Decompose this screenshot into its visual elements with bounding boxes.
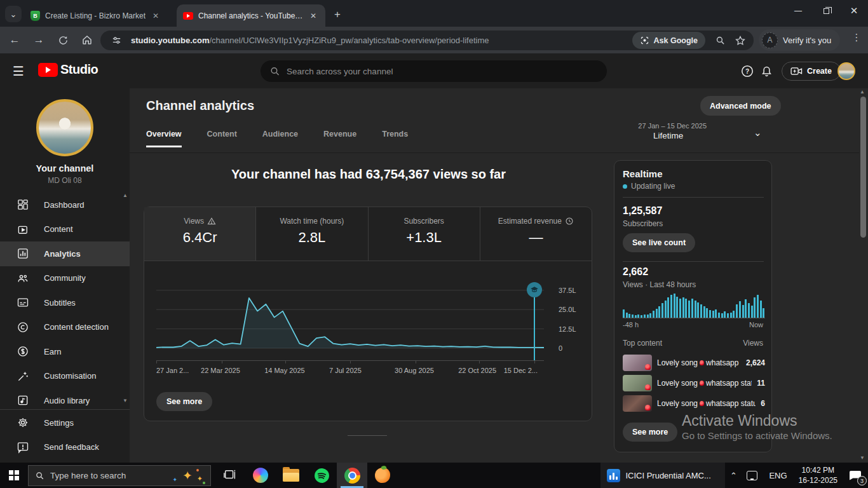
earn-icon (16, 344, 30, 358)
subtitles-icon (16, 295, 30, 309)
back-icon[interactable]: ← (5, 30, 24, 50)
profile-verify-chip[interactable]: A Verify it's you (759, 29, 840, 51)
channel-title: Your channel (0, 163, 130, 173)
sidebar-item-community[interactable]: Community (0, 266, 130, 291)
sidebar-item-settings[interactable]: Settings (0, 410, 130, 435)
copilot-button[interactable] (245, 463, 276, 488)
period-selector[interactable]: Lifetime (653, 131, 683, 140)
spotify-button[interactable] (306, 463, 337, 488)
top-content-row[interactable]: Lovely songwhatsapp statu...6 (623, 393, 765, 414)
video-thumbnail[interactable] (623, 395, 652, 412)
tab-trends[interactable]: Trends (382, 130, 408, 147)
see-more-button[interactable]: See more (156, 392, 212, 411)
sidebar-item-customisation[interactable]: Customisation (0, 364, 130, 389)
site-settings-tune-icon[interactable] (108, 32, 125, 49)
metric-card-watch-time-hours-[interactable]: Watch time (hours)2.8L (256, 207, 368, 261)
views-line-chart[interactable] (156, 280, 544, 349)
browser-tabstrip: ⌄ B Create Listing - Bizkro Market ✕ Cha… (0, 0, 868, 27)
realtime-bar (635, 315, 637, 318)
ask-google-button[interactable]: Ask Google (632, 32, 705, 49)
tray-expand-icon[interactable]: ⌃ (725, 471, 742, 480)
forward-icon[interactable]: → (29, 30, 48, 50)
chevron-down-icon[interactable]: ⌄ (754, 127, 762, 139)
browser-menu-icon[interactable]: ⋮ (850, 32, 863, 43)
tab-revenue[interactable]: Revenue (323, 130, 356, 147)
realtime-bar (742, 305, 744, 318)
realtime-bar (641, 315, 642, 318)
sidebar-item-content-detection[interactable]: Content detection (0, 315, 130, 340)
youtube-studio-logo[interactable]: Studio (38, 62, 98, 77)
chrome-button[interactable] (337, 463, 367, 488)
milestone-marker-icon[interactable] (527, 282, 542, 297)
restore-button[interactable] (812, 0, 840, 22)
file-explorer-button[interactable] (276, 463, 306, 488)
metric-card-estimated-revenue[interactable]: Estimated revenue— (480, 207, 592, 261)
advanced-mode-button[interactable]: Advanced mode (700, 96, 781, 116)
tray-device-icon[interactable] (747, 471, 757, 480)
hamburger-menu-icon[interactable]: ☰ (10, 64, 27, 78)
notifications-bell-icon[interactable] (757, 62, 775, 80)
browser-tab-bizkro[interactable]: B Create Listing - Bizkro Market ✕ (24, 4, 172, 27)
tab-close-icon[interactable]: ✕ (151, 11, 161, 21)
new-tab-button[interactable]: + (330, 8, 344, 22)
realtime-see-more-button[interactable]: See more (623, 423, 677, 442)
address-bar[interactable]: studio.youtube.com/channel/UClWe3VIIp1Vy… (100, 30, 754, 50)
start-button[interactable] (0, 463, 28, 488)
page-scroll-down-icon[interactable]: ▼ (860, 455, 865, 461)
sidebar-item-label: Audio library (44, 396, 90, 405)
language-indicator[interactable]: ENG (763, 471, 793, 480)
create-button[interactable]: Create (782, 62, 841, 81)
realtime-bar (695, 301, 696, 318)
home-icon[interactable] (78, 30, 97, 50)
sidebar-item-send-feedback[interactable]: Send feedback (0, 435, 130, 460)
sidebar-item-content[interactable]: Content (0, 217, 130, 242)
close-button[interactable]: ✕ (840, 0, 868, 22)
realtime-bar (763, 308, 764, 318)
task-view-button[interactable] (215, 463, 245, 488)
tab-search-chevron-icon[interactable]: ⌄ (5, 6, 22, 22)
section-divider (348, 435, 387, 436)
reload-icon[interactable] (53, 30, 72, 50)
tab-content[interactable]: Content (207, 130, 237, 147)
help-icon[interactable]: ? (738, 62, 756, 80)
sidebar-scroll-down-icon[interactable]: ▼ (123, 398, 128, 403)
minimize-button[interactable]: — (784, 0, 812, 22)
sidebar-item-earn[interactable]: Earn (0, 339, 130, 364)
notification-center-button[interactable]: 3 (843, 463, 868, 488)
video-title: Lovely songwhatsapp ... (657, 358, 741, 367)
sidebar-item-subtitles[interactable]: Subtitles (0, 290, 130, 315)
studio-search-box[interactable] (261, 60, 607, 82)
video-thumbnail[interactable] (623, 355, 652, 371)
settings-icon (16, 416, 30, 430)
sidebar-item-dashboard[interactable]: Dashboard (0, 193, 130, 217)
page-scroll-up-icon[interactable]: ▲ (860, 89, 865, 95)
video-thumbnail[interactable] (623, 375, 652, 391)
tab-close-icon[interactable]: ✕ (308, 11, 318, 21)
metric-card-subscribers[interactable]: Subscribers+1.3L (369, 207, 480, 261)
clock-time: 10:42 PM (799, 465, 837, 475)
sidebar-item-analytics[interactable]: Analytics (0, 241, 130, 266)
account-avatar[interactable] (837, 62, 855, 80)
page-scrollbar-thumb[interactable] (860, 97, 866, 238)
sidebar-scroll-up-icon[interactable]: ▲ (123, 193, 128, 198)
tab-overview[interactable]: Overview (146, 130, 182, 147)
sparkle-icon: ✦ (182, 468, 193, 483)
metric-card-views[interactable]: Views6.4Cr (144, 207, 256, 261)
studio-search-input[interactable] (287, 67, 598, 76)
see-live-count-button[interactable]: See live count (623, 233, 695, 252)
channel-avatar[interactable] (36, 99, 93, 156)
taskbar-clock[interactable]: 10:42 PM 16-12-2025 (794, 465, 843, 485)
search-icon[interactable] (712, 32, 728, 49)
top-content-row[interactable]: Lovely songwhatsapp stat...11 (623, 373, 765, 393)
content-detection-icon (16, 320, 30, 334)
clock-icon (565, 217, 574, 226)
realtime-bar (665, 301, 667, 318)
fl-studio-button[interactable] (367, 463, 398, 488)
taskbar-search-box[interactable]: Type here to search ✦ ✦ ✦ (28, 465, 211, 486)
bookmark-star-icon[interactable] (732, 32, 749, 49)
realtime-bar-chart[interactable] (623, 293, 765, 318)
tab-audience[interactable]: Audience (262, 130, 298, 147)
browser-tab-analytics[interactable]: Channel analytics - YouTube Stu ✕ (177, 4, 325, 27)
top-content-row[interactable]: Lovely songwhatsapp ...2,624 (623, 353, 765, 373)
taskbar-window-button[interactable]: ICICI Prudential AMC... (600, 463, 725, 488)
